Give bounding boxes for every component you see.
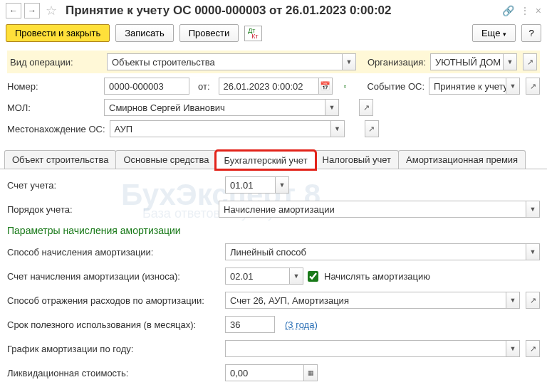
date-field[interactable]: 26.01.2023 0:00:02 [219,78,318,95]
salvage-label: Ликвидационная стоимость: [7,368,221,378]
write-button[interactable]: Записать [115,24,174,42]
life-label: Срок полезного использования (в месяцах)… [7,319,221,330]
mol-open-button[interactable]: ↗ [359,99,373,116]
tab-depreciation-bonus[interactable]: Амортизационная премия [398,150,526,169]
life-field[interactable]: 36 [225,316,275,333]
schedule-dropdown[interactable]: ▼ [506,340,520,357]
tab-construction-object[interactable]: Объект строительства [4,150,116,169]
dep-flag-checkbox[interactable] [308,271,318,282]
method-field[interactable]: Линейный способ [225,243,526,260]
window-title: Принятие к учету ОС 0000-000003 от 26.01… [63,4,499,18]
schedule-open-button[interactable]: ↗ [526,340,540,357]
op-type-dropdown[interactable]: ▼ [342,53,356,70]
dep-account-dropdown[interactable]: ▼ [289,267,303,285]
location-label: Местонахождение ОС: [7,124,105,134]
nav-forward-button[interactable]: → [24,3,40,18]
event-label: Событие ОС: [367,81,424,92]
link-icon[interactable]: 🔗 [502,5,514,16]
mol-dropdown[interactable]: ▼ [325,99,339,116]
tab-tax-accounting[interactable]: Налоговый учет [315,150,399,169]
event-field[interactable]: Принятие к учету [429,78,506,95]
order-dropdown[interactable]: ▼ [526,201,540,218]
op-type-label: Вид операции: [10,57,103,68]
account-label: Счет учета: [7,180,221,191]
schedule-label: График амортизации по году: [7,344,221,354]
expense-dropdown[interactable]: ▼ [506,292,520,309]
kebab-icon[interactable]: ⋮ [520,5,530,16]
dep-account-label: Счет начисления амортизации (износа): [7,271,221,282]
salvage-calc-button[interactable]: ▦ [303,364,318,381]
number-field[interactable]: 0000-000003 [104,78,189,95]
op-type-field[interactable]: Объекты строительства [107,53,342,70]
salvage-field[interactable]: 0,00 [225,364,303,381]
expense-open-button[interactable]: ↗ [526,292,540,309]
method-label: Способ начисления амортизации: [7,247,221,258]
location-field[interactable]: АУП [110,120,330,137]
org-field[interactable]: УЮТНЫЙ ДОМ ОС [430,53,503,70]
tab-fixed-assets[interactable]: Основные средства [115,150,217,169]
method-dropdown[interactable]: ▼ [526,243,540,260]
expense-field[interactable]: Счет 26, АУП, Амортизация [225,292,506,309]
org-open-button[interactable]: ↗ [523,53,537,70]
mol-field[interactable]: Смирнов Сергей Иванович [104,99,325,116]
org-dropdown[interactable]: ▼ [503,53,517,70]
close-icon[interactable]: × [536,5,541,16]
location-dropdown[interactable]: ▼ [330,120,345,137]
nav-back-button[interactable]: ← [6,3,21,18]
more-button[interactable]: Еще ▾ [472,24,516,42]
account-field[interactable]: 01.01 [225,176,275,194]
order-label: Порядок учета: [7,204,100,215]
post-button[interactable]: Провести [179,24,239,42]
dep-flag-label: Начислять амортизацию [324,271,430,282]
dt-kt-button[interactable]: ДтКт [244,26,261,41]
account-dropdown[interactable]: ▼ [275,176,289,194]
favorite-icon[interactable]: ☆ [43,3,60,18]
org-label: Организация: [368,57,426,68]
tab-accounting[interactable]: Бухгалтерский учет [216,151,315,169]
order-field[interactable]: Начисление амортизации [219,201,526,218]
schedule-field[interactable] [225,340,506,357]
post-and-close-button[interactable]: Провести и закрыть [6,24,110,42]
mol-label: МОЛ: [7,102,100,113]
calendar-icon[interactable]: 📅 [318,78,333,95]
event-dropdown[interactable]: ▼ [506,78,520,95]
from-label: от: [198,81,210,92]
dep-account-field[interactable]: 02.01 [225,267,289,285]
event-open-button[interactable]: ↗ [526,78,540,95]
status-icon: ▫ [338,78,353,95]
life-hint[interactable]: (3 года) [285,319,318,330]
params-heading: Параметры начисления амортизации [7,225,540,236]
number-label: Номер: [7,81,100,92]
location-open-button[interactable]: ↗ [365,120,379,137]
expense-label: Способ отражения расходов по амортизации… [7,295,221,306]
help-button[interactable]: ? [521,24,541,42]
